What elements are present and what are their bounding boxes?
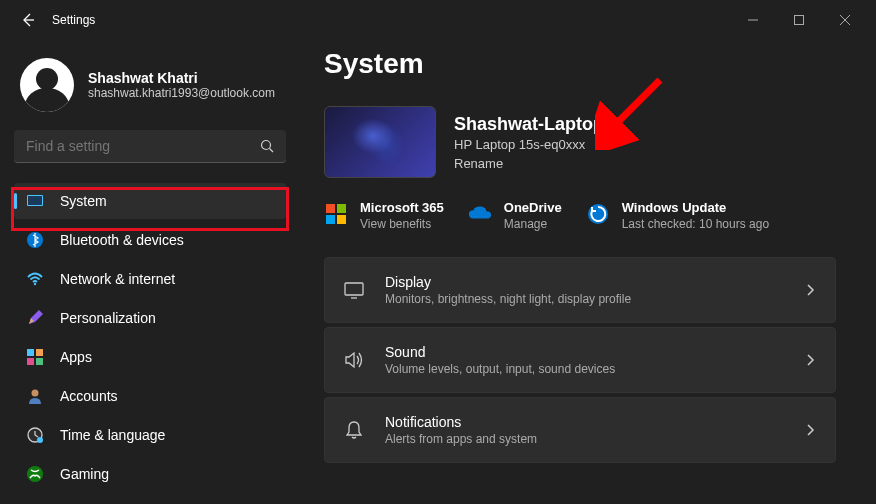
svg-rect-16	[326, 215, 335, 224]
sidebar-item-label: Bluetooth & devices	[60, 232, 184, 248]
sidebar-item-label: Time & language	[60, 427, 165, 443]
svg-point-1	[262, 141, 271, 150]
sidebar-item-time[interactable]: Time & language	[14, 417, 286, 453]
minimize-icon	[748, 15, 758, 25]
microsoft365-icon	[324, 202, 348, 226]
system-icon	[26, 192, 44, 210]
sidebar-item-network[interactable]: Network & internet	[14, 261, 286, 297]
gaming-icon	[26, 465, 44, 483]
bell-icon	[343, 419, 365, 441]
setting-sub: Volume levels, output, input, sound devi…	[385, 362, 783, 376]
service-onedrive[interactable]: OneDrive Manage	[468, 200, 562, 231]
sidebar-item-label: Gaming	[60, 466, 109, 482]
sound-icon	[343, 349, 365, 371]
svg-point-12	[37, 437, 43, 443]
svg-point-5	[34, 283, 36, 285]
user-name: Shashwat Khatri	[88, 70, 275, 86]
sidebar-item-label: Apps	[60, 349, 92, 365]
setting-title: Display	[385, 274, 783, 290]
sidebar-item-label: System	[60, 193, 107, 209]
svg-rect-6	[27, 349, 34, 356]
search-box[interactable]	[14, 130, 286, 163]
device-model: HP Laptop 15s-eq0xxx	[454, 137, 604, 152]
sidebar-item-gaming[interactable]: Gaming	[14, 456, 286, 492]
service-sub: View benefits	[360, 217, 444, 231]
search-input[interactable]	[26, 138, 260, 154]
sidebar-item-personalization[interactable]: Personalization	[14, 300, 286, 336]
back-button[interactable]	[8, 0, 48, 40]
window-title: Settings	[52, 13, 95, 27]
svg-rect-3	[28, 196, 42, 205]
service-sub: Manage	[504, 217, 562, 231]
close-button[interactable]	[822, 5, 868, 35]
svg-point-13	[27, 466, 43, 482]
clock-icon	[26, 426, 44, 444]
svg-rect-8	[27, 358, 34, 365]
wifi-icon	[26, 270, 44, 288]
svg-point-10	[32, 390, 39, 397]
svg-rect-14	[326, 204, 335, 213]
service-title: OneDrive	[504, 200, 562, 215]
svg-rect-9	[36, 358, 43, 365]
user-email: shashwat.khatri1993@outlook.com	[88, 86, 275, 100]
sidebar-item-bluetooth[interactable]: Bluetooth & devices	[14, 222, 286, 258]
sidebar-item-label: Accounts	[60, 388, 118, 404]
service-microsoft365[interactable]: Microsoft 365 View benefits	[324, 200, 444, 231]
setting-sub: Alerts from apps and system	[385, 432, 783, 446]
maximize-button[interactable]	[776, 5, 822, 35]
service-sub: Last checked: 10 hours ago	[622, 217, 769, 231]
minimize-button[interactable]	[730, 5, 776, 35]
rename-link[interactable]: Rename	[454, 156, 604, 171]
svg-rect-15	[337, 204, 346, 213]
sidebar-item-label: Network & internet	[60, 271, 175, 287]
sidebar-item-accounts[interactable]: Accounts	[14, 378, 286, 414]
back-arrow-icon	[20, 12, 36, 28]
svg-rect-19	[345, 283, 363, 295]
search-icon	[260, 139, 274, 153]
bluetooth-icon	[26, 231, 44, 249]
titlebar: Settings	[0, 0, 876, 40]
apps-icon	[26, 348, 44, 366]
avatar	[20, 58, 74, 112]
user-block[interactable]: Shashwat Khatri shashwat.khatri1993@outl…	[14, 50, 286, 130]
svg-rect-0	[795, 16, 804, 25]
sidebar: Shashwat Khatri shashwat.khatri1993@outl…	[0, 40, 300, 504]
setting-notifications[interactable]: Notifications Alerts from apps and syste…	[324, 397, 836, 463]
setting-title: Notifications	[385, 414, 783, 430]
service-title: Windows Update	[622, 200, 769, 215]
sidebar-item-system[interactable]: System	[14, 183, 286, 219]
maximize-icon	[794, 15, 804, 25]
chevron-right-icon	[803, 423, 817, 437]
main-content: System Shashwat-Laptop HP Laptop 15s-eq0…	[300, 40, 876, 504]
svg-rect-7	[36, 349, 43, 356]
chevron-right-icon	[803, 353, 817, 367]
page-title: System	[324, 48, 836, 80]
svg-rect-17	[337, 215, 346, 224]
sidebar-item-apps[interactable]: Apps	[14, 339, 286, 375]
setting-display[interactable]: Display Monitors, brightness, night ligh…	[324, 257, 836, 323]
brush-icon	[26, 309, 44, 327]
device-name: Shashwat-Laptop	[454, 114, 604, 135]
setting-title: Sound	[385, 344, 783, 360]
sidebar-item-label: Personalization	[60, 310, 156, 326]
service-title: Microsoft 365	[360, 200, 444, 215]
person-icon	[26, 387, 44, 405]
update-icon	[586, 202, 610, 226]
setting-sound[interactable]: Sound Volume levels, output, input, soun…	[324, 327, 836, 393]
close-icon	[840, 15, 850, 25]
window-controls	[730, 5, 868, 35]
device-info: Shashwat-Laptop HP Laptop 15s-eq0xxx Ren…	[324, 106, 836, 178]
device-wallpaper-thumb[interactable]	[324, 106, 436, 178]
setting-sub: Monitors, brightness, night light, displ…	[385, 292, 783, 306]
service-windows-update[interactable]: Windows Update Last checked: 10 hours ag…	[586, 200, 769, 231]
chevron-right-icon	[803, 283, 817, 297]
display-icon	[343, 279, 365, 301]
onedrive-icon	[468, 202, 492, 226]
